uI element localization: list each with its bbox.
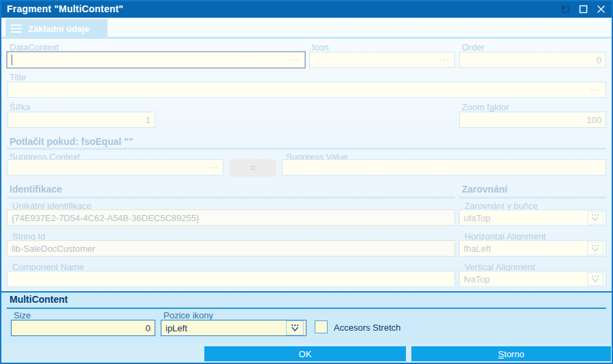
pozice-ikony-combo[interactable]: ipLeft bbox=[161, 320, 306, 336]
dropdown-icon[interactable] bbox=[286, 320, 304, 335]
tab-label: Základní údaje bbox=[28, 24, 89, 34]
restore-icon[interactable] bbox=[560, 3, 571, 14]
datacontext-label: DataContext bbox=[10, 42, 59, 52]
icon-label: Icon bbox=[312, 42, 329, 52]
dialog-window: Fragment "MultiContent" Základní údaje D… bbox=[0, 0, 613, 364]
icon-input[interactable]: ... bbox=[309, 52, 455, 68]
dropdown-icon[interactable] bbox=[587, 211, 603, 225]
dropdown-icon[interactable] bbox=[587, 272, 603, 286]
text-cursor bbox=[12, 54, 12, 65]
title-input[interactable]: ... bbox=[7, 82, 606, 98]
suppress-group-header: Potlačit pokud: fsoEqual "" bbox=[10, 136, 133, 147]
size-input[interactable]: 0 bbox=[11, 320, 155, 336]
horizontal-alignment-combo[interactable]: fhaLeft bbox=[459, 240, 606, 257]
suppress-context-input[interactable]: ... bbox=[7, 159, 223, 176]
menu-icon bbox=[11, 24, 22, 33]
storno-button[interactable]: Storno bbox=[411, 346, 611, 361]
zarovnani-header: Zarovnání bbox=[462, 184, 507, 195]
sirka-input[interactable]: 1 bbox=[7, 112, 155, 128]
dropdown-icon[interactable] bbox=[587, 242, 603, 255]
multicontent-divider bbox=[7, 308, 606, 309]
close-icon[interactable] bbox=[595, 3, 606, 14]
order-label: Order bbox=[462, 42, 484, 52]
unique-id-input: {74E937E2-7D54-4C62-A54B-36DEC5C89255} bbox=[7, 210, 455, 226]
tab-zakladni-udaje[interactable]: Základní údaje bbox=[5, 19, 108, 38]
sirka-label: Šířka bbox=[10, 102, 30, 112]
zarovnani-divider bbox=[459, 197, 606, 199]
zoom-faktor-label: Zoom faktor bbox=[462, 102, 509, 112]
ellipsis-icon[interactable]: ... bbox=[439, 54, 450, 65]
zoom-faktor-value: 100 bbox=[586, 115, 601, 125]
titlebar[interactable]: Fragment "MultiContent" bbox=[0, 0, 613, 18]
maximize-icon[interactable] bbox=[578, 3, 588, 14]
title-label: Title bbox=[10, 72, 26, 82]
identifikace-divider bbox=[7, 197, 455, 199]
accesors-stretch-checkbox[interactable] bbox=[315, 320, 328, 333]
horizontal-alignment-value: fhaLeft bbox=[464, 244, 491, 254]
suppress-operator-button[interactable]: = bbox=[230, 159, 276, 177]
ok-button[interactable]: OK bbox=[204, 346, 406, 361]
suppress-group-divider bbox=[7, 148, 606, 150]
size-value: 0 bbox=[146, 323, 151, 333]
component-name-input[interactable] bbox=[7, 271, 455, 287]
order-input[interactable]: 0 bbox=[459, 52, 606, 68]
string-id-input: lib-SaleDocCustomer bbox=[7, 240, 455, 257]
titlebar-buttons bbox=[560, 3, 613, 14]
datacontext-input[interactable]: ... bbox=[7, 52, 305, 68]
window-title: Fragment "MultiContent" bbox=[0, 3, 123, 14]
pozice-ikony-label: Pozice ikony bbox=[163, 310, 213, 320]
accesors-stretch-label: Accesors Stretch bbox=[334, 322, 400, 333]
multicontent-header: MultiContent bbox=[10, 294, 68, 305]
ellipsis-icon[interactable]: ... bbox=[289, 54, 300, 65]
string-id-value: lib-SaleDocCustomer bbox=[12, 244, 95, 254]
ellipsis-icon[interactable]: ... bbox=[208, 162, 219, 173]
order-value: 0 bbox=[597, 55, 601, 65]
identifikace-header: Identifikace bbox=[10, 184, 62, 195]
unique-id-value: {74E937E2-7D54-4C62-A54B-36DEC5C89255} bbox=[12, 213, 199, 223]
suppress-value-input[interactable] bbox=[282, 159, 606, 176]
cell-alignment-combo[interactable]: ufaTop bbox=[459, 210, 606, 226]
cell-alignment-value: ufaTop bbox=[464, 213, 490, 223]
vertical-alignment-value: fvaTop bbox=[464, 274, 490, 284]
zoom-faktor-input[interactable]: 100 bbox=[459, 112, 606, 128]
ellipsis-icon[interactable]: ... bbox=[591, 84, 601, 95]
pozice-ikony-value: ipLeft bbox=[166, 323, 187, 333]
size-label: Size bbox=[14, 310, 31, 320]
sirka-value: 1 bbox=[146, 115, 151, 125]
vertical-alignment-combo[interactable]: fvaTop bbox=[459, 271, 606, 287]
equals-icon: = bbox=[250, 163, 255, 173]
